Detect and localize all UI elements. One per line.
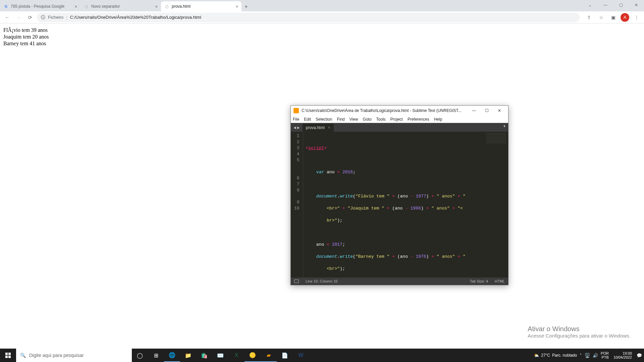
tab-dropdown-icon[interactable]: ▼	[503, 124, 506, 128]
mail-icon[interactable]: ✉️	[212, 349, 228, 362]
chrome-tab-2[interactable]: ◌ prova.html ×	[161, 1, 241, 11]
menu-tools[interactable]: Tools	[376, 117, 386, 122]
url-separator: |	[66, 15, 67, 20]
sublime-menubar: File Edit Selection Find View Goto Tools…	[291, 116, 508, 123]
taskview-icon[interactable]: ⊞	[148, 349, 164, 362]
taskbar-search-placeholder: Digite aqui para pesquisar	[29, 353, 84, 358]
new-tab-button[interactable]: +	[241, 2, 251, 11]
windows-activation-watermark: Ativar o Windows Acesse Configurações pa…	[528, 325, 631, 339]
weather-temp: 27°C	[541, 353, 550, 358]
sublime-tabbar: ◀ ▶ prova.html × ▼	[291, 123, 508, 132]
weather-widget[interactable]: ⛅ 27°C Parc. nublado	[534, 353, 577, 358]
info-icon: ⓘ	[41, 14, 45, 20]
sublime-tab-title: prova.html	[306, 125, 325, 130]
file-explorer-icon[interactable]: 📁	[180, 349, 196, 362]
chrome-tab-1[interactable]: ◌ Novo separador ×	[80, 1, 161, 11]
close-icon[interactable]: ×	[328, 125, 330, 130]
ms-store-icon[interactable]: 🛍️	[196, 349, 212, 362]
word-icon[interactable]: W	[293, 349, 309, 362]
sublime-editor[interactable]: 12345678910 <script> var ano = 2016; doc…	[291, 132, 508, 278]
generic-favicon-icon: ◌	[164, 4, 170, 9]
sublime-gutter: 12345678910	[291, 132, 303, 278]
menu-find[interactable]: Find	[337, 117, 344, 122]
notepad-icon[interactable]: 📄	[277, 349, 293, 362]
windows-taskbar: 🔍 Digite aqui para pesquisar ◯ ⊞ 🌐 📁 🛍️ …	[0, 349, 644, 362]
star-icon[interactable]: ☆	[596, 13, 606, 22]
sublime-app-icon	[293, 108, 299, 113]
chrome-window-controls: ⌄ — ▢ ✕	[582, 0, 644, 11]
taskbar-date: 10/04/2022	[613, 355, 632, 359]
status-panel-icon[interactable]	[294, 280, 299, 283]
url-bar[interactable]: ⓘ Ficheiro | C:/Users/rails/OneDrive/Áre…	[37, 13, 580, 22]
close-button[interactable]: ✕	[629, 0, 644, 10]
chrome-tabbar: G 765 pistola - Pesquisa Google × ◌ Novo…	[0, 0, 644, 11]
windows-logo-icon	[5, 353, 11, 358]
menu-file[interactable]: File	[293, 117, 299, 122]
side-panel-icon[interactable]: ▣	[608, 13, 618, 22]
excel-icon[interactable]: X	[228, 349, 245, 362]
display-icon[interactable]: 🖥️	[585, 353, 590, 358]
volume-icon[interactable]: 🔊	[593, 353, 598, 358]
chrome-toolbar: ← → ⟳ ⓘ Ficheiro | C:/Users/rails/OneDri…	[0, 11, 644, 23]
language-indicator[interactable]: POR PTB	[601, 351, 609, 359]
sublime-title: C:\Users\rails\OneDrive\Área de Trabalho…	[302, 108, 465, 113]
watermark-subtitle: Acesse Configurações para ativar o Windo…	[528, 333, 631, 339]
google-favicon-icon: G	[3, 4, 9, 9]
chrome-tab-title: prova.html	[172, 4, 233, 9]
generic-favicon-icon: ◌	[84, 4, 89, 9]
taskbar-time: 19:00	[613, 351, 632, 355]
menu-preferences[interactable]: Preferences	[408, 117, 429, 122]
chevron-down-icon[interactable]: ⌄	[582, 0, 598, 10]
status-tabsize[interactable]: Tab Size: 4	[470, 279, 488, 283]
menu-goto[interactable]: Goto	[363, 117, 372, 122]
close-icon[interactable]: ×	[74, 4, 77, 9]
menu-selection[interactable]: Selection	[316, 117, 332, 122]
chrome-tab-title: 765 pistola - Pesquisa Google	[11, 4, 72, 9]
sublime-icon[interactable]: ▰	[261, 349, 277, 362]
menu-project[interactable]: Project	[390, 117, 403, 122]
share-icon[interactable]: ⇪	[584, 13, 594, 22]
minimize-button[interactable]: —	[468, 107, 480, 115]
maximize-button[interactable]: ☐	[481, 107, 493, 115]
chevron-up-icon[interactable]: ˄	[580, 353, 582, 358]
status-line-col: Line 10, Column 10	[306, 279, 337, 283]
sublime-tab-prova[interactable]: prova.html ×	[303, 124, 334, 132]
minimize-button[interactable]: —	[598, 0, 613, 10]
status-language[interactable]: HTML	[495, 279, 505, 283]
sublime-titlebar[interactable]: C:\Users\rails\OneDrive\Área de Trabalho…	[291, 106, 508, 116]
chrome-tab-0[interactable]: G 765 pistola - Pesquisa Google ×	[0, 1, 80, 11]
close-icon[interactable]: ×	[235, 4, 238, 9]
chrome-tab-title: Novo separador	[91, 4, 153, 9]
menu-edit[interactable]: Edit	[304, 117, 311, 122]
sublime-window: C:\Users\rails\OneDrive\Área de Trabalho…	[290, 105, 508, 285]
maximize-button[interactable]: ▢	[613, 0, 629, 10]
taskbar-pinned: ◯ ⊞ 🌐 📁 🛍️ ✉️ X 🟡 ▰ 📄 W	[132, 349, 309, 362]
taskbar-search[interactable]: 🔍 Digite aqui para pesquisar	[16, 349, 132, 362]
reload-button[interactable]: ⟳	[25, 13, 35, 22]
back-button[interactable]: ←	[3, 13, 12, 22]
chrome-right-icons: ⇪ ☆ ▣ A ⋮	[584, 13, 641, 22]
action-center-icon[interactable]: 💬	[637, 353, 642, 358]
menu-view[interactable]: View	[350, 117, 358, 122]
close-button[interactable]: ✕	[493, 107, 505, 115]
avatar[interactable]: A	[621, 13, 629, 22]
sublime-code[interactable]: <script> var ano = 2016; document.write(…	[303, 132, 508, 278]
watermark-title: Ativar o Windows	[528, 325, 631, 333]
search-icon: 🔍	[20, 353, 26, 358]
tab-scroll-arrows[interactable]: ◀ ▶	[291, 123, 303, 132]
forward-button[interactable]: →	[14, 13, 23, 22]
start-button[interactable]	[0, 349, 16, 362]
taskbar-clock[interactable]: 19:00 10/04/2022	[611, 351, 634, 359]
menu-icon[interactable]: ⋮	[632, 13, 641, 22]
chrome-icon[interactable]: 🟡	[245, 349, 261, 362]
page-text-line: Joaquim tem 20 anos	[3, 34, 641, 40]
minimap[interactable]	[486, 133, 506, 143]
cortana-icon[interactable]: ◯	[132, 349, 148, 362]
weather-icon: ⛅	[534, 353, 539, 358]
url-path: C:/Users/rails/OneDrive/Área%20de%20Trab…	[70, 15, 201, 20]
close-icon[interactable]: ×	[155, 4, 158, 9]
edge-icon[interactable]: 🌐	[164, 349, 180, 362]
page-text-line: Barney tem 41 anos	[3, 40, 641, 47]
weather-condition: Parc. nublado	[552, 353, 577, 358]
menu-help[interactable]: Help	[434, 117, 442, 122]
